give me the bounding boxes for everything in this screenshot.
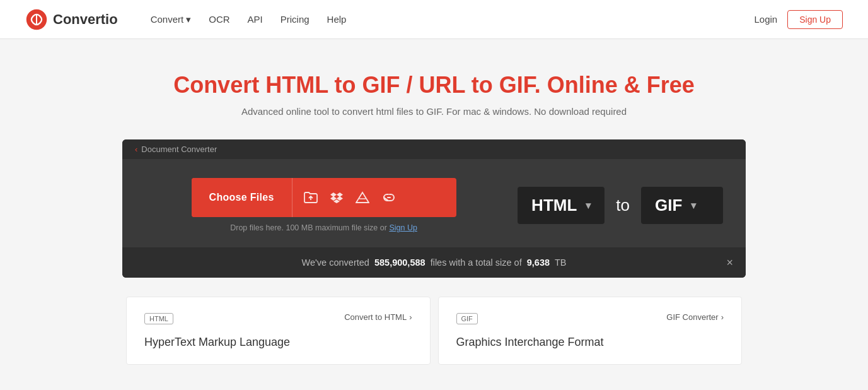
from-format-label: HTML <box>531 196 577 215</box>
from-format-caret-icon: ▾ <box>586 199 591 211</box>
nav-ocr[interactable]: OCR <box>209 14 229 25</box>
drop-hint: Drop files here. 100 MB maximum file siz… <box>230 223 417 232</box>
hero-section: Convert HTML to GIF / URL to GIF. Online… <box>0 39 868 139</box>
upload-icons <box>292 178 407 217</box>
breadcrumb-label: Document Converter <box>141 145 217 154</box>
gif-converter-link[interactable]: GIF Converter › <box>666 312 724 322</box>
cards-section: HTML Convert to HTML › HyperText Markup … <box>0 278 868 365</box>
to-format-button[interactable]: GIF ▾ <box>641 187 723 224</box>
hero-subtitle: Advanced online tool to convert html fil… <box>13 106 855 117</box>
nav-convert[interactable]: Convert ▾ <box>151 14 192 25</box>
to-format-caret-icon: ▾ <box>691 199 696 211</box>
navbar: Convertio Convert ▾ OCR API Pricing Help… <box>0 0 868 39</box>
nav-help[interactable]: Help <box>327 14 347 25</box>
stats-count: 585,900,588 <box>374 257 425 268</box>
gif-card-header: GIF GIF Converter › <box>456 312 724 331</box>
gif-card: GIF GIF Converter › Graphics Interchange… <box>438 297 743 365</box>
gif-card-title: Graphics Interchange Format <box>456 336 724 349</box>
brand-logo-link[interactable]: Convertio <box>25 8 118 31</box>
from-format-button[interactable]: HTML ▾ <box>518 187 605 224</box>
brand-logo-icon <box>25 8 48 31</box>
nav-pricing[interactable]: Pricing <box>281 14 310 25</box>
html-card: HTML Convert to HTML › HyperText Markup … <box>126 297 431 365</box>
convert-chevron-icon: ▾ <box>186 14 191 25</box>
format-area: HTML ▾ to GIF ▾ <box>518 187 723 224</box>
html-tag: HTML <box>144 313 173 324</box>
folder-upload-icon[interactable] <box>304 191 318 204</box>
brand-name-text: Convertio <box>53 11 118 28</box>
signup-button[interactable]: Sign Up <box>787 10 843 29</box>
stats-bar: We've converted 585,900,588 files with a… <box>122 247 746 278</box>
hero-title: Convert HTML to GIF / URL to GIF. Online… <box>13 72 855 98</box>
signup-hint-link[interactable]: Sign Up <box>389 223 417 232</box>
gif-tag: GIF <box>456 313 478 324</box>
html-card-header: HTML Convert to HTML › <box>144 312 412 331</box>
stats-text: We've converted 585,900,588 files with a… <box>302 257 567 268</box>
converter-box: ‹ Document Converter Choose Files <box>122 139 746 278</box>
choose-files-button[interactable]: Choose Files <box>192 178 292 217</box>
choose-bar: Choose Files <box>192 178 456 217</box>
html-link-arrow-icon: › <box>409 312 412 322</box>
breadcrumb-bar: ‹ Document Converter <box>122 139 746 159</box>
to-format-label: GIF <box>655 196 682 215</box>
html-card-title: HyperText Markup Language <box>144 336 412 349</box>
to-separator: to <box>616 196 630 215</box>
converter-main: Choose Files <box>122 159 746 247</box>
url-link-icon[interactable] <box>382 193 396 202</box>
convert-to-html-link[interactable]: Convert to HTML › <box>344 312 412 322</box>
choose-area: Choose Files <box>145 178 502 232</box>
dropbox-icon[interactable] <box>330 191 343 204</box>
nav-actions: Login Sign Up <box>754 10 843 29</box>
breadcrumb-chevron-icon: ‹ <box>135 145 137 154</box>
nav-links: Convert ▾ OCR API Pricing Help <box>151 14 734 25</box>
stats-close-button[interactable]: × <box>726 256 733 269</box>
login-button[interactable]: Login <box>754 14 777 25</box>
gdrive-icon[interactable] <box>356 191 369 204</box>
stats-size: 9,638 <box>527 257 550 268</box>
gif-link-arrow-icon: › <box>721 312 724 322</box>
nav-api[interactable]: API <box>248 14 263 25</box>
